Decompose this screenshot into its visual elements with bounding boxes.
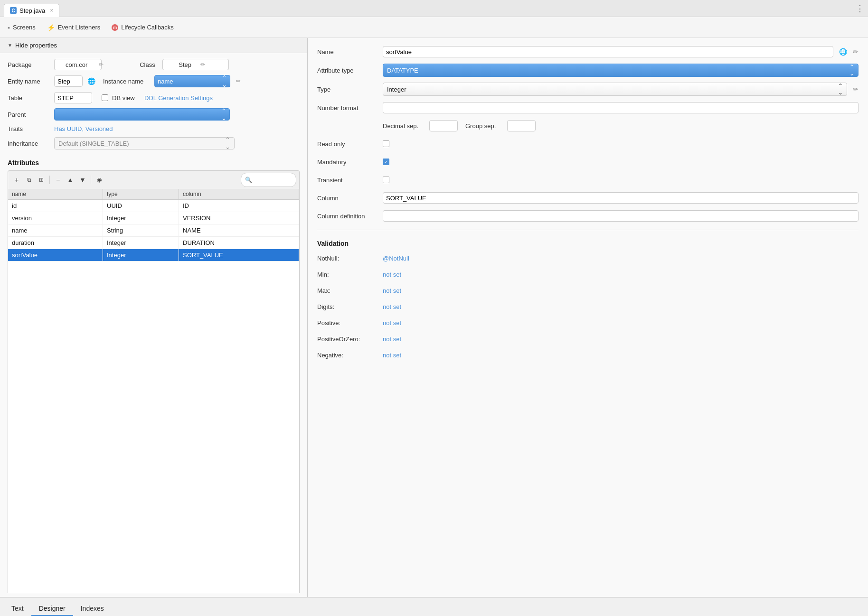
row-name: id [8,200,103,212]
nav-screens[interactable]: ▪ Screens [8,24,36,31]
negative-value[interactable]: not set [383,352,401,359]
positiveorzero-label: PositiveOrZero: [317,336,379,343]
positiveorzero-value[interactable]: not set [383,336,401,343]
table-btn[interactable]: ⊞ [36,175,47,185]
class-label: Class [140,61,159,68]
row-column: SORT_VALUE [179,249,299,261]
package-label: Package [8,61,50,68]
negative-row: Negative: not set [317,350,859,360]
tab-indexes[interactable]: Indexes [73,602,112,616]
attribute-type-dropdown[interactable]: DATATYPE ⌃⌄ [383,64,859,77]
decimal-sep-label: Decimal sep. [383,122,425,130]
instance-name-edit-icon[interactable]: ✏ [236,78,241,84]
search-input[interactable] [254,174,292,186]
decimal-sep-input[interactable] [429,120,458,131]
nav-lifecycle-callbacks[interactable]: m Lifecycle Callbacks [112,24,174,31]
read-only-checkbox[interactable] [383,140,389,147]
digits-row: Digits: not set [317,301,859,312]
positiveorzero-row: PositiveOrZero: not set [317,334,859,344]
table-row[interactable]: id UUID ID [8,200,299,212]
lightning-icon: ⚡ [47,24,55,31]
add-attribute-btn[interactable]: + [11,175,22,185]
max-value[interactable]: not set [383,287,401,294]
type-row: Type Integer ⌃⌄ ✏ [317,83,859,96]
traits-value[interactable]: Has UUID, Versioned [54,125,113,132]
parent-row: Parent ⌃⌄ [8,108,300,121]
instance-name-dropdown[interactable]: name ⌃⌄ [154,75,230,87]
toolbar-separator-2 [91,176,91,184]
nav-screens-label: Screens [13,24,36,31]
package-input[interactable] [54,59,102,70]
inheritance-label: Inheritance [8,140,50,147]
mandatory-checkbox[interactable] [383,159,389,165]
parent-dropdown[interactable]: ⌃⌄ [54,108,230,121]
tab-designer[interactable]: Designer [31,602,73,616]
col-header-column: column [179,189,299,199]
notnull-value[interactable]: @NotNull [383,255,409,262]
transient-checkbox[interactable] [383,177,389,183]
class-input[interactable] [162,59,229,70]
move-up-btn[interactable]: ▲ [65,175,76,185]
tab-text[interactable]: Text [4,602,31,616]
row-type: Integer [103,237,179,249]
move-down-btn[interactable]: ▼ [77,175,88,185]
section-header[interactable]: ▼ Hide properties [0,38,307,53]
positive-value[interactable]: not set [383,319,401,327]
search-box[interactable]: 🔍 [241,173,296,187]
group-sep-label: Group sep. [465,122,503,130]
toolbar-separator [49,176,50,184]
mandatory-label: Mandatory [317,159,379,166]
attribute-type-row: Attribute type DATATYPE ⌃⌄ [317,64,859,77]
close-tab-icon[interactable]: × [50,7,53,14]
edit-icon-right[interactable]: ✏ [853,48,859,56]
class-edit-icon[interactable]: ✏ [200,61,205,68]
row-column: ID [179,200,299,212]
table-header: name type column [8,189,299,200]
attributes-title: Attributes [8,159,300,167]
notnull-row: NotNull: @NotNull [317,253,859,263]
inheritance-dropdown[interactable]: Default (SINGLE_TABLE) ⌃⌄ [54,137,235,149]
remove-attribute-btn[interactable]: − [52,175,64,185]
row-type: UUID [103,200,179,212]
number-format-input[interactable] [383,102,859,113]
type-dropdown[interactable]: Integer ⌃⌄ [383,83,847,96]
table-row[interactable]: version Integer VERSION [8,212,299,224]
name-row: Name 🌐 ✏ [317,46,859,58]
file-tab[interactable]: C Step.java × [4,4,59,17]
digits-value[interactable]: not set [383,303,401,310]
search-icon: 🔍 [245,177,252,183]
read-only-row: Read only [317,138,859,150]
table-input[interactable] [54,92,92,103]
mandatory-row: Mandatory [317,156,859,168]
type-edit-icon[interactable]: ✏ [853,85,859,93]
copy-attribute-btn[interactable]: ⧉ [23,175,35,185]
db-view-checkbox[interactable] [102,94,108,101]
group-sep-input[interactable] [507,120,536,131]
column-input[interactable] [383,192,859,204]
max-label: Max: [317,287,379,294]
chevron-type-icon: ⌃⌄ [838,83,843,96]
table-row[interactable]: name String NAME [8,224,299,237]
eye-btn[interactable]: ◉ [94,175,105,185]
row-name: duration [8,237,103,249]
min-row: Min: not set [317,269,859,280]
more-tabs-icon[interactable]: ⋮ [856,3,864,14]
table-row[interactable]: duration Integer DURATION [8,237,299,249]
entity-name-input[interactable] [54,75,83,87]
selected-table-row[interactable]: sortValue Integer SORT_VALUE [8,249,299,261]
nav-event-listeners[interactable]: ⚡ Event Listeners [47,24,101,31]
class-input-wrapper: Step ✏ [162,59,250,70]
name-input[interactable] [383,46,833,57]
read-only-label: Read only [317,140,379,148]
instance-name-label: Instance name [103,78,151,85]
row-name: sortValue [8,249,103,261]
min-value[interactable]: not set [383,271,401,278]
column-def-input[interactable] [383,210,859,222]
traits-row: Traits Has UUID, Versioned [8,125,300,132]
chevron-icon: ⌃⌄ [222,74,227,88]
column-label: Column [317,195,379,202]
package-edit-icon[interactable]: ✏ [99,61,104,68]
positive-row: Positive: not set [317,317,859,328]
tab-bar: C Step.java × ⋮ [0,0,868,17]
ddl-link[interactable]: DDL Generation Settings [144,94,213,102]
